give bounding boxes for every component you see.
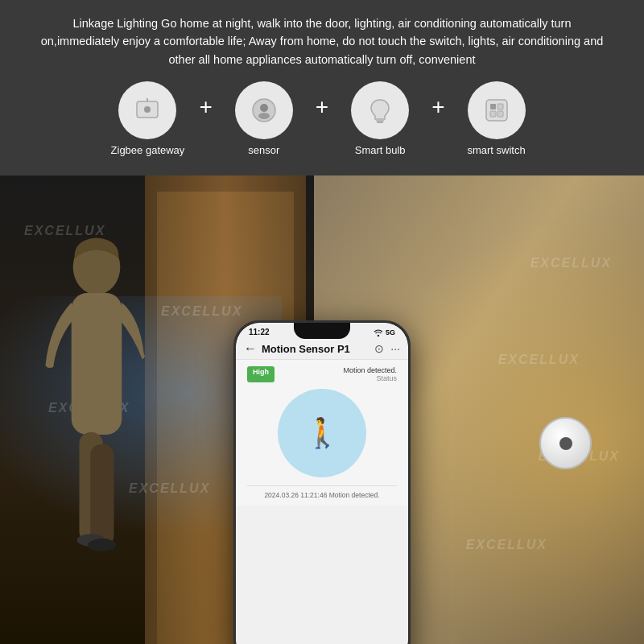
bottom-section: EXCELLUX EXCELLUX EXCELLUX EXCELLUX EXCE… <box>0 175 644 644</box>
motion-detected-label: Motion detected. <box>343 366 397 374</box>
app-content: High Motion detected. Status 🚶 2024.03.2… <box>236 360 408 506</box>
status-badge-high: High <box>247 366 275 382</box>
phone-time: 11:22 <box>249 328 270 336</box>
icon-smart-bulb: Smart bulb <box>332 81 428 156</box>
motion-figure-icon: 🚶 <box>304 416 341 450</box>
plus-2: + <box>316 94 328 144</box>
icon-circle-gateway <box>118 81 176 139</box>
svg-rect-16 <box>90 444 114 547</box>
icons-row: Zigbee gateway + sensor + <box>32 81 612 156</box>
switch-label: smart switch <box>467 144 525 156</box>
svg-rect-9 <box>490 104 496 109</box>
svg-point-4 <box>260 104 268 112</box>
icon-zigbee-gateway: Zigbee gateway <box>99 81 196 156</box>
sensor-status-row: High Motion detected. Status <box>247 366 397 382</box>
phone-screen: 11:22 5G ← Motion Sensor P1 <box>236 323 408 644</box>
svg-rect-11 <box>490 111 496 117</box>
status-icons: 5G <box>374 328 395 336</box>
phone-outer: 11:22 5G ← Motion Sensor P1 <box>233 320 411 644</box>
signal-label: 5G <box>386 328 395 336</box>
svg-rect-12 <box>497 111 503 117</box>
sensor-right <box>539 417 596 473</box>
motion-info: Motion detected. Status <box>343 366 397 382</box>
description-text: Linkage Lighting Go home at night, walk … <box>32 14 612 68</box>
icon-circle-switch <box>468 81 526 139</box>
svg-rect-7 <box>377 122 383 123</box>
log-entry: 2024.03.26 11:21:46 Motion detected. <box>247 485 397 499</box>
app-nav: ← Motion Sensor P1 ⊙ ··· <box>236 338 408 360</box>
svg-rect-8 <box>486 100 507 121</box>
plus-1: + <box>199 94 212 144</box>
wifi-status-icon <box>374 328 383 336</box>
phone-container: 11:22 5G ← Motion Sensor P1 <box>233 320 411 644</box>
status-label: Status <box>343 374 397 382</box>
plus-3: + <box>431 94 444 144</box>
bulb-label: Smart bulb <box>355 144 406 156</box>
settings-icon[interactable]: ⊙ <box>374 342 384 355</box>
svg-point-1 <box>144 106 151 113</box>
sensor-right-eye <box>559 437 572 450</box>
nav-action-icons: ⊙ ··· <box>374 342 400 355</box>
top-section: Linkage Lighting Go home at night, walk … <box>0 0 644 175</box>
icon-circle-sensor <box>235 81 293 139</box>
more-icon[interactable]: ··· <box>390 342 400 355</box>
svg-point-20 <box>378 335 379 336</box>
phone-notch <box>294 323 350 339</box>
person-silhouette <box>16 224 177 578</box>
icon-smart-switch: smart switch <box>448 81 545 156</box>
back-icon[interactable]: ← <box>244 341 257 356</box>
sensor-right-body <box>539 417 592 469</box>
app-nav-title: Motion Sensor P1 <box>262 343 374 355</box>
sensor-label: sensor <box>248 144 279 156</box>
motion-circle-indicator: 🚶 <box>278 389 366 477</box>
svg-point-18 <box>88 539 116 552</box>
svg-point-5 <box>258 113 270 119</box>
gateway-label: Zigbee gateway <box>111 144 185 156</box>
svg-rect-6 <box>376 119 384 122</box>
svg-rect-14 <box>72 293 122 435</box>
icon-sensor: sensor <box>216 81 312 156</box>
icon-circle-bulb <box>351 81 409 139</box>
svg-rect-10 <box>497 104 503 109</box>
